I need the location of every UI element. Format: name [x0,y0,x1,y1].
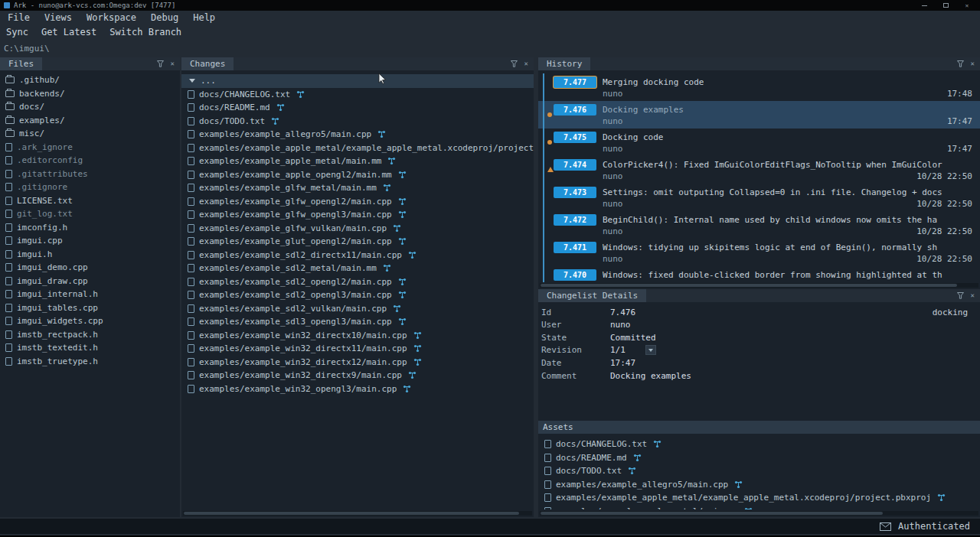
changed-file-row[interactable]: examples/example_win32_directx11/main.cp… [181,342,534,356]
horizontal-scrollbar[interactable] [540,283,978,288]
file-tree-item[interactable]: imstb_rectpack.h [0,328,180,342]
asset-row[interactable]: docs/TODO.txt [538,464,980,478]
asset-row[interactable]: examples/example_apple_metal/example_app… [538,491,980,505]
changed-file-row[interactable]: examples/example_sdl3_opengl3/main.cpp [181,315,534,329]
changed-file-row[interactable]: examples/example_glut_opengl2/main.cpp [181,235,534,249]
file-icon [5,304,12,312]
changed-file-row[interactable]: examples/example_win32_directx9/main.cpp [181,369,534,382]
file-tree-item[interactable]: .github/ [0,73,180,87]
changed-file-row[interactable]: examples/example_sdl2_opengl2/main.cpp [181,275,534,289]
changed-file-row[interactable]: examples/example_sdl2_directx11/main.cpp [181,249,534,262]
changed-file-row[interactable]: examples/example_win32_directx10/main.cp… [181,329,534,343]
filter-icon[interactable] [957,60,964,67]
tab-files[interactable]: Files [0,57,42,70]
asset-row[interactable]: examples/example_apple_metal/main.mm [538,505,980,510]
detail-value: 1/1 [610,345,626,355]
changed-file-row[interactable]: examples/example_sdl2_opengl3/main.cpp [181,288,534,302]
filter-icon[interactable] [511,60,518,67]
menu-item[interactable]: Debug [151,12,178,23]
file-tree-item[interactable]: backends/ [0,87,180,101]
changed-file-row[interactable]: docs/TODO.txt [181,115,534,129]
file-tree-item[interactable]: .editorconfig [0,154,180,168]
file-tree-item[interactable]: examples/ [0,114,180,128]
branch-graph-cell [538,239,554,266]
changed-file-row[interactable]: examples/example_allegro5/main.cpp [181,128,534,142]
file-tree-item[interactable]: imstb_truetype.h [0,355,180,369]
minimize-button[interactable] [920,2,929,9]
changed-file-row[interactable]: docs/CHANGELOG.txt [181,88,534,102]
file-icon [5,263,12,272]
changed-file-row[interactable]: examples/example_win32_opengl3/main.cpp [181,382,534,396]
menu-item[interactable]: Workspace [87,12,136,23]
file-tree-item[interactable]: .ark_ignore [0,141,180,155]
changed-file-row[interactable]: examples/example_sdl2_metal/main.mm [181,262,534,275]
filter-icon[interactable] [957,292,964,299]
asset-row[interactable]: docs/README.md [538,451,980,465]
toolbar-button[interactable]: Switch Branch [109,27,181,37]
close-panel-icon[interactable]: ✕ [524,60,528,67]
history-row[interactable]: 7.471 Windows: tidying up skipitems logi… [538,239,980,266]
horizontal-scrollbar[interactable] [540,511,978,516]
changed-file-row[interactable]: examples/example_glfw_vulkan/main.cpp [181,222,534,236]
file-tree-item[interactable]: .gitattributes [0,168,180,181]
file-tree-item[interactable]: imstb_textedit.h [0,341,180,355]
file-tree-item[interactable]: imgui.cpp [0,234,180,248]
file-tree-item[interactable]: docs/ [0,100,180,114]
history-row[interactable]: 7.472 BeginChild(): Internal name used b… [538,211,980,239]
file-tree-item[interactable]: imconfig.h [0,221,180,235]
history-row[interactable]: 7.470 Windows: fixed double-clicked bord… [538,266,980,282]
history-row[interactable]: 7.473 Settings: omit outputing Collapsed… [538,184,980,211]
close-panel-icon[interactable]: ✕ [971,60,975,67]
changed-file-row[interactable]: examples/example_glfw_metal/main.mm [181,181,534,195]
changed-file-row[interactable]: examples/example_apple_opengl2/main.mm [181,168,534,182]
tab-history[interactable]: History [538,57,590,70]
toolbar-button[interactable]: Sync [6,27,28,37]
changes-root-row[interactable]: ... [181,74,534,88]
filter-icon[interactable] [157,60,164,67]
changed-file-row[interactable]: examples/example_glfw_opengl2/main.cpp [181,195,534,209]
file-tree-item[interactable]: imgui_demo.cpp [0,261,180,275]
close-panel-icon[interactable]: ✕ [171,60,175,67]
history-row[interactable]: 7.475 Docking code nuno 17:47 [538,129,980,156]
history-row[interactable]: 7.477 Merging docking code nuno 17:48 [538,73,980,101]
folder-icon [5,90,15,97]
asset-row[interactable]: docs/CHANGELOG.txt [538,438,980,451]
file-tree-item[interactable]: imgui_draw.cpp [0,275,180,288]
close-panel-icon[interactable]: ✕ [971,292,975,299]
scrollbar-thumb[interactable] [541,284,957,287]
file-tree-item[interactable]: LICENSE.txt [0,194,180,208]
changed-file-row[interactable]: examples/example_glfw_opengl3/main.cpp [181,208,534,222]
toolbar-button[interactable]: Get Latest [41,27,96,37]
history-row[interactable]: 7.474 ColorPicker4(): Fixed ImGuiColorEd… [538,156,980,184]
file-tree-item[interactable]: imgui_widgets.cpp [0,314,180,328]
close-button[interactable]: ✕ [962,2,972,9]
scrollbar-thumb[interactable] [541,512,883,515]
tab-changes[interactable]: Changes [181,57,234,70]
changed-file-path: examples/example_sdl3_opengl3/main.cpp [199,317,392,327]
changed-file-row[interactable]: examples/example_sdl2_vulkan/main.cpp [181,302,534,316]
changed-file-path: docs/TODO.txt [199,116,265,126]
file-tree-item[interactable]: misc/ [0,127,180,141]
file-tree-item[interactable]: imgui.h [0,248,180,262]
file-tree-item[interactable]: .gitignore [0,181,180,194]
status-bar: Authenticated [0,519,980,534]
menu-item[interactable]: Help [193,12,215,23]
file-icon [5,330,12,339]
mail-icon[interactable] [880,522,891,531]
file-tree-item[interactable]: git_log.txt [0,207,180,221]
menu-item[interactable]: File [8,12,30,23]
changed-file-row[interactable]: docs/README.md [181,101,534,115]
changed-file-row[interactable]: examples/example_apple_metal/example_app… [181,142,534,155]
file-tree-item[interactable]: imgui_tables.cpp [0,301,180,315]
horizontal-scrollbar[interactable] [183,511,532,516]
maximize-button[interactable] [941,2,950,9]
revision-dropdown[interactable] [645,345,656,355]
changed-file-row[interactable]: examples/example_win32_directx12/main.cp… [181,356,534,369]
changed-file-row[interactable]: examples/example_apple_metal/main.mm [181,155,534,168]
file-tree-item[interactable]: imgui_internal.h [0,288,180,301]
menu-item[interactable]: Views [44,12,72,23]
history-row[interactable]: 7.476 Docking examples nuno 17:47 [538,101,980,129]
tab-changelist-details[interactable]: Changelist Details [538,289,646,302]
asset-row[interactable]: examples/example_allegro5/main.cpp [538,478,980,492]
scrollbar-thumb[interactable] [184,512,519,515]
